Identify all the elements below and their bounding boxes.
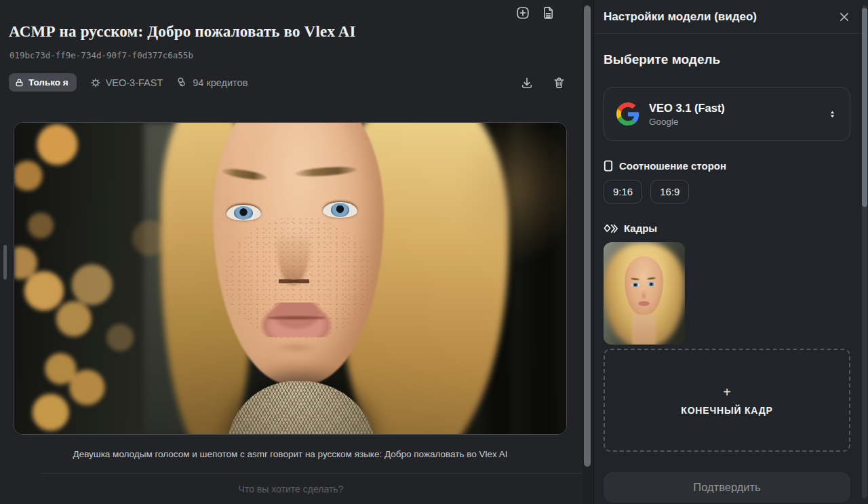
video-preview[interactable]: [14, 122, 567, 435]
visibility-badge-label: Только я: [28, 77, 68, 88]
model-badge-label: VEO-3-FAST: [106, 77, 163, 88]
main-scrollbar-track[interactable]: [582, 0, 593, 504]
thumb-nose: [642, 287, 646, 298]
aspect-section-title: Соотношение сторон: [619, 160, 726, 172]
thumb-neck: [632, 314, 656, 345]
page-title: АСМР на русском: Добро пожаловать во Vle…: [9, 23, 356, 41]
toolbar-top-right: [515, 5, 556, 21]
frames-icon: [604, 223, 618, 234]
frames-section-label: Кадры: [604, 222, 850, 234]
select-arrows-icon: [827, 109, 837, 119]
thumb-lips: [638, 301, 650, 306]
coins-icon: [176, 77, 188, 88]
model-select[interactable]: VEO 3.1 (Fast) Google: [604, 87, 850, 141]
scene-lips: [260, 303, 332, 336]
aspect-section-label: Соотношение сторон: [604, 160, 850, 172]
model-section-title: Выберите модель: [604, 52, 850, 67]
panel-header: Настройки модели (видео): [594, 0, 868, 34]
model-badge: VEO-3-FAST: [90, 77, 163, 88]
model-provider: Google: [649, 117, 725, 127]
final-frame-label: КОНЕЧНЫЙ КАДР: [681, 405, 772, 416]
aspect-ratio-icon: [604, 160, 613, 172]
aspect-options: 9:16 16:9: [604, 180, 850, 203]
plus-icon: +: [723, 385, 731, 399]
thumbnail-scene: [604, 242, 685, 345]
panel-title: Настройки модели (видео): [604, 10, 757, 24]
model-name: VEO 3.1 (Fast): [649, 102, 725, 115]
trash-icon[interactable]: [551, 75, 567, 91]
frames-section-title: Кадры: [624, 222, 657, 234]
main-content: АСМР на русском: Добро пожаловать во Vle…: [0, 0, 582, 504]
prompt-input-hint[interactable]: Что вы хотите сделать?: [0, 484, 582, 495]
aspect-option-16-9[interactable]: 16:9: [650, 180, 689, 203]
scene-nose-shadow: [277, 203, 310, 284]
scene-iris-left: [234, 206, 253, 220]
panel-body: Выберите модель VEO 3.1 (Fast) Google Со…: [594, 52, 868, 503]
chip-icon: [90, 77, 101, 88]
video-still-scene: [14, 123, 566, 434]
row-actions: [519, 75, 567, 91]
scene-chin-shadow: [273, 343, 320, 353]
video-caption: Девушка молодым голосом и шепотом с asmr…: [14, 449, 567, 459]
model-settings-panel: Настройки модели (видео) Выберите модель…: [593, 0, 868, 504]
main-scrollbar-thumb[interactable]: [584, 5, 591, 467]
add-icon[interactable]: [515, 5, 531, 21]
start-frame-thumbnail[interactable]: [604, 242, 685, 345]
panel-scrollbar-thumb[interactable]: [862, 8, 867, 207]
document-icon[interactable]: [540, 5, 556, 21]
scene-nostrils: [279, 277, 310, 285]
confirm-button[interactable]: Подтвердить: [604, 472, 850, 503]
scene-iris-right: [331, 203, 350, 217]
generation-id: 019bc73d-ff9e-734d-90f7-f0d377c6a55b: [9, 50, 193, 60]
thumb-face: [625, 256, 663, 315]
google-logo: [616, 102, 639, 125]
aspect-option-9-16[interactable]: 9:16: [604, 180, 642, 203]
add-final-frame-button[interactable]: + КОНЕЧНЫЙ КАДР: [604, 349, 850, 452]
sidebar-drag-handle[interactable]: [3, 245, 7, 279]
divider: [41, 473, 582, 473]
credits-badge: 94 кредитов: [176, 77, 248, 88]
download-icon[interactable]: [519, 75, 535, 91]
close-icon[interactable]: [838, 11, 850, 23]
model-text: VEO 3.1 (Fast) Google: [649, 102, 725, 127]
visibility-badge[interactable]: Только я: [9, 73, 77, 92]
scene-eye-right: [323, 202, 357, 218]
credits-badge-label: 94 кредитов: [193, 77, 248, 88]
scene-bokeh-lights: [14, 123, 180, 434]
badge-row: Только я VEO-3-FAST 94 кредитов: [9, 73, 567, 92]
lock-icon: [15, 78, 24, 88]
thumb-eye-left: [631, 283, 639, 287]
scene-eye-left: [226, 205, 261, 220]
